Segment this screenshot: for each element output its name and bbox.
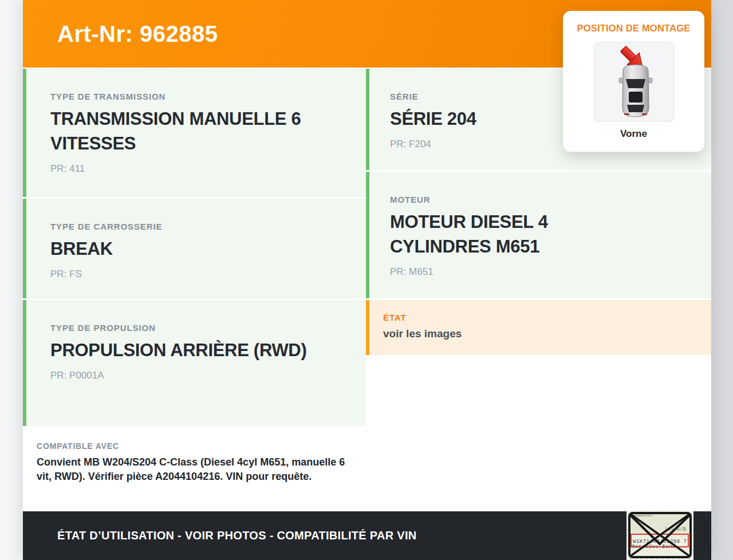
installation-position-card: POSITION DE MONTAGE	[563, 11, 704, 152]
spec-value: MOTEUR DIESEL 4 CYLINDRES M651	[390, 210, 648, 259]
registration-document-stamp: Fahrgestellnr. |4| A/B W1K71463J31298 7 …	[626, 510, 693, 560]
spec-label: TYPE DE PROPULSION	[50, 323, 349, 333]
envelope-lines-icon	[628, 512, 692, 558]
spec-card-carrosserie: TYPE DE CARROSSERIE BREAK PR: FS	[23, 199, 366, 298]
installation-position-caption: Vorne	[620, 128, 647, 140]
spec-pr-code: PR: M651	[390, 266, 694, 278]
article-number-title: Art-Nr: 962885	[57, 21, 218, 47]
spec-card-propulsion: TYPE DE PROPULSION PROPULSION ARRIÈRE (R…	[23, 300, 366, 426]
spec-label: MOTEUR	[390, 195, 694, 204]
spec-pr-code: PR: P0001A	[50, 370, 349, 381]
compatibility-text: Convient MB W204/S204 C-Class (Diesel 4c…	[37, 455, 349, 483]
compatibility-section: COMPATIBLE AVEC Convient MB W204/S204 C-…	[23, 428, 366, 510]
spec-label: TYPE DE CARROSSERIE	[50, 222, 349, 231]
footer-banner: ÉTAT D’UTILISATION - VOIR PHOTOS - COMPA…	[23, 511, 711, 560]
footer-banner-text: ÉTAT D’UTILISATION - VOIR PHOTOS - COMPA…	[57, 529, 417, 542]
installation-position-title: POSITION DE MONTAGE	[577, 23, 691, 34]
spec-value: PROPULSION ARRIÈRE (RWD)	[50, 338, 308, 362]
spec-column-left: TYPE DE TRANSMISSION TRANSMISSION MANUEL…	[23, 69, 366, 510]
car-top-view-icon	[594, 42, 674, 122]
spec-card-transmission: TYPE DE TRANSMISSION TRANSMISSION MANUEL…	[23, 69, 366, 197]
registration-document-content: Fahrgestellnr. |4| A/B W1K71463J31298 7 …	[628, 512, 692, 558]
spec-pr-code: PR: 411	[50, 163, 349, 175]
spec-card-etat: ÉTAT voir les images	[366, 300, 711, 355]
spec-value: TRANSMISSION MANUELLE 6 VITESSES	[50, 107, 308, 156]
spec-pr-code: PR: FS	[50, 269, 349, 280]
etat-see-images-text: voir les images	[383, 328, 694, 340]
spec-label: ÉTAT	[383, 313, 694, 322]
spec-value: BREAK	[50, 236, 308, 261]
spec-card-moteur: MOTEUR MOTEUR DIESEL 4 CYLINDRES M651 PR…	[366, 172, 711, 298]
spec-label: TYPE DE TRANSMISSION	[50, 92, 349, 101]
compatibility-label: COMPATIBLE AVEC	[37, 441, 349, 451]
